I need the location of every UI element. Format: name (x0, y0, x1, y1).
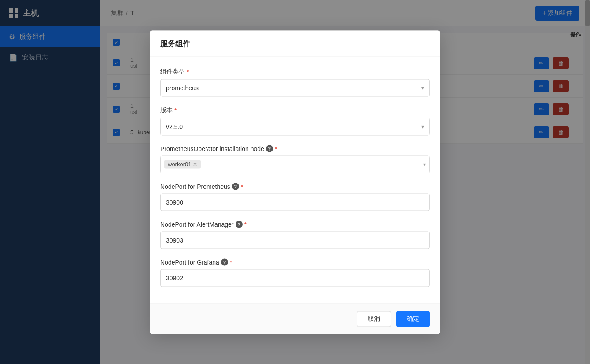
chevron-down-icon: ▾ (421, 123, 424, 129)
required-star: * (275, 145, 277, 152)
required-star: * (174, 107, 177, 114)
form-item-nodeport-grafana: NodePort for Grafana ? * (160, 258, 430, 287)
required-star: * (187, 68, 189, 75)
dialog-title: 服务组件 (150, 30, 440, 57)
confirm-button[interactable]: 确定 (396, 311, 430, 327)
version-select[interactable]: v2.5.0 ▾ (160, 118, 430, 135)
component-type-select[interactable]: prometheus ▾ (160, 79, 430, 96)
form-item-nodeport-alertmanager: NodePort for AlertManager ? * (160, 221, 430, 249)
form-item-component-type: 组件类型 * prometheus ▾ (160, 67, 430, 96)
form-item-nodeport-prometheus: NodePort for Prometheus ? * (160, 183, 430, 211)
help-icon: ? (221, 258, 228, 265)
tag-close-icon[interactable]: ✕ (193, 161, 197, 167)
dialog-footer: 取消 确定 (150, 303, 440, 334)
cancel-button[interactable]: 取消 (357, 311, 391, 327)
form-label-nodeport-alertmanager: NodePort for AlertManager ? * (160, 221, 430, 228)
chevron-down-icon: ▾ (423, 161, 426, 167)
nodeport-grafana-input[interactable] (160, 269, 430, 287)
help-icon: ? (236, 221, 243, 228)
form-label-version: 版本 * (160, 106, 430, 114)
form-item-version: 版本 * v2.5.0 ▾ (160, 106, 430, 135)
form-label-component-type: 组件类型 * (160, 67, 430, 75)
chevron-down-icon: ▾ (421, 85, 424, 91)
nodeport-prometheus-input[interactable] (160, 193, 430, 211)
form-label-installation-node: PrometheusOperator installation node ? * (160, 145, 430, 152)
form-label-nodeport-grafana: NodePort for Grafana ? * (160, 258, 430, 265)
form-item-installation-node: PrometheusOperator installation node ? *… (160, 145, 430, 173)
dialog: 服务组件 组件类型 * prometheus ▾ 版本 * v2.5.0 ▾ (150, 30, 440, 334)
dialog-body: 组件类型 * prometheus ▾ 版本 * v2.5.0 ▾ Promet… (150, 57, 440, 303)
required-star: * (244, 221, 247, 228)
node-tag: worker01 ✕ (164, 160, 201, 169)
help-icon: ? (232, 183, 239, 190)
form-label-nodeport-prometheus: NodePort for Prometheus ? * (160, 183, 430, 190)
node-tag-value: worker01 (168, 161, 191, 168)
nodeport-alertmanager-input[interactable] (160, 231, 430, 249)
installation-node-select[interactable]: worker01 ✕ ▾ (160, 155, 430, 173)
version-value: v2.5.0 (166, 123, 183, 130)
help-icon: ? (266, 145, 273, 152)
required-star: * (230, 258, 232, 265)
component-type-value: prometheus (166, 84, 199, 91)
required-star: * (241, 183, 243, 190)
